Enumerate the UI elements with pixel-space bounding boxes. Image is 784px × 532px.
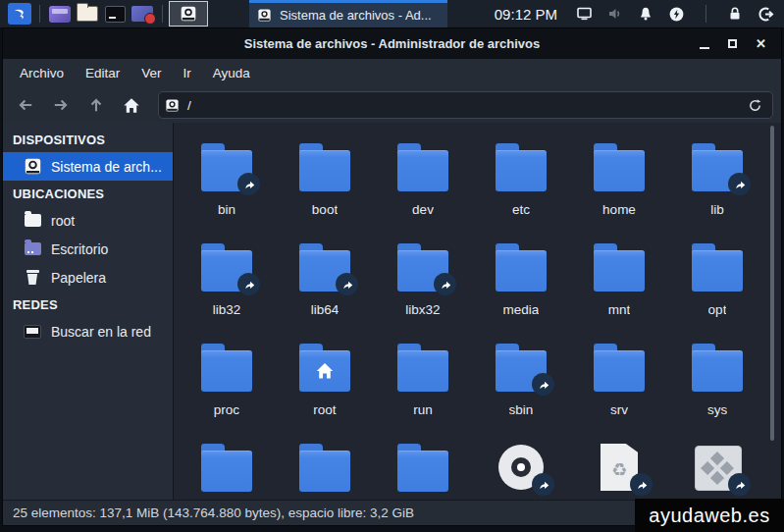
filesystem-drive-icon xyxy=(257,8,272,23)
file-item[interactable]: run xyxy=(374,333,472,433)
maximize-button[interactable] xyxy=(728,39,737,48)
panel-separator xyxy=(706,5,706,23)
file-item[interactable]: root xyxy=(276,333,374,433)
file-item[interactable]: ♻ xyxy=(570,433,668,500)
file-item[interactable]: etc xyxy=(472,133,570,233)
menu-archivo[interactable]: Archivo xyxy=(9,61,75,85)
sidebar-item-escritorio[interactable]: Escritorio xyxy=(3,235,173,263)
active-app-button[interactable] xyxy=(169,1,208,27)
arrow-right-icon xyxy=(51,96,71,114)
minimize-button[interactable] xyxy=(700,39,709,49)
titlebar[interactable]: Sistema de archivos - Administrador de a… xyxy=(3,28,781,59)
display-icon[interactable] xyxy=(576,6,593,22)
logout-icon[interactable] xyxy=(758,6,774,23)
launcher-screen-recorder[interactable] xyxy=(129,1,156,27)
sidebar-item-papelera[interactable]: Papelera xyxy=(3,263,173,292)
file-item[interactable]: media xyxy=(472,233,570,333)
file-item[interactable]: home xyxy=(570,133,668,233)
sidebar-section-redes: REDES xyxy=(3,292,173,317)
file-label: lib xyxy=(710,202,724,217)
file-item[interactable] xyxy=(668,433,766,500)
desktop-folder-icon xyxy=(23,242,42,255)
file-item[interactable]: bin xyxy=(178,133,276,233)
folder-icon xyxy=(494,143,549,190)
folder-icon xyxy=(494,243,549,291)
folder-icon xyxy=(395,444,450,491)
folder-icon xyxy=(592,344,647,391)
back-button[interactable] xyxy=(11,91,40,119)
file-item[interactable]: sbin xyxy=(472,333,570,433)
file-manager-icon xyxy=(49,6,71,23)
file-label: home xyxy=(602,202,636,217)
arrow-up-icon xyxy=(86,96,106,114)
file-label: media xyxy=(503,302,540,317)
location-bar[interactable]: / xyxy=(158,91,773,119)
file-item[interactable]: lib64 xyxy=(276,233,374,333)
launcher-folder[interactable] xyxy=(74,1,101,27)
network-icon xyxy=(23,325,42,339)
file-label: dev xyxy=(412,202,434,217)
file-label: root xyxy=(313,402,336,417)
screen-recorder-icon xyxy=(131,6,153,22)
file-view[interactable]: bin boot dev etc home lib lib32 lib64 li… xyxy=(173,123,781,500)
folder-home-icon xyxy=(297,344,352,391)
file-item[interactable]: dev xyxy=(374,133,472,233)
file-item[interactable]: boot xyxy=(276,133,374,233)
file-item[interactable]: proc xyxy=(178,333,276,433)
kernel-file-icon xyxy=(690,444,745,491)
folder-icon xyxy=(690,143,745,190)
launcher-terminal[interactable] xyxy=(101,1,129,27)
menu-ver[interactable]: Ver xyxy=(131,61,172,85)
lock-icon[interactable] xyxy=(727,6,743,22)
file-item[interactable] xyxy=(472,433,570,500)
home-icon xyxy=(122,96,141,115)
sidebar-item-label: Escritorio xyxy=(51,241,108,257)
location-path[interactable]: / xyxy=(187,98,735,113)
file-item[interactable]: lib32 xyxy=(178,233,276,333)
volume-icon[interactable] xyxy=(607,6,623,22)
close-button[interactable]: ✕ xyxy=(756,39,766,49)
file-item[interactable]: opt xyxy=(668,233,766,333)
file-item[interactable]: srv xyxy=(570,333,668,433)
sidebar-item-sistema-de-archivos[interactable]: Sistema de arch... xyxy=(3,152,173,181)
sidebar-section-ubicaciones: UBICACIONES xyxy=(3,181,173,206)
file-item[interactable]: mnt xyxy=(570,233,668,333)
sidebar-item-label: Papelera xyxy=(51,270,106,286)
file-item[interactable]: lib xyxy=(668,133,766,233)
home-button[interactable] xyxy=(117,91,146,119)
launcher-file-manager[interactable] xyxy=(46,1,74,27)
up-button[interactable] xyxy=(81,91,111,119)
file-item[interactable] xyxy=(178,433,276,500)
file-label: lib64 xyxy=(311,302,340,317)
file-label: sbin xyxy=(509,402,534,417)
symlink-emblem-icon xyxy=(237,173,260,195)
file-item[interactable]: libx32 xyxy=(374,233,472,333)
menu-editar[interactable]: Editar xyxy=(75,61,131,85)
forward-button[interactable] xyxy=(46,91,76,119)
file-label: boot xyxy=(312,202,338,217)
menu-ir[interactable]: Ir xyxy=(173,61,202,85)
taskbar-window-button[interactable]: Sistema de archivos - Ad... xyxy=(249,0,447,27)
terminal-icon xyxy=(105,6,126,23)
folder-icon xyxy=(77,6,98,22)
file-item[interactable] xyxy=(374,433,472,500)
file-item[interactable] xyxy=(276,433,374,500)
power-manager-icon[interactable] xyxy=(668,6,685,23)
menu-ayuda[interactable]: Ayuda xyxy=(202,61,261,85)
clock[interactable]: 09:12 PM xyxy=(495,6,557,23)
applications-menu-button[interactable] xyxy=(6,1,33,27)
scrollbar[interactable] xyxy=(770,126,774,497)
reload-button[interactable] xyxy=(743,93,766,117)
symlink-emblem-icon xyxy=(532,473,554,496)
sidebar-item-buscar-en-la-red[interactable]: Buscar en la red xyxy=(3,317,173,346)
symlink-emblem-icon xyxy=(728,173,751,195)
file-item[interactable]: sys xyxy=(668,333,766,433)
folder-icon xyxy=(690,243,745,291)
sidebar-item-root[interactable]: root xyxy=(3,206,173,235)
sidebar-item-label: Buscar en la red xyxy=(51,324,151,340)
watermark: ayudaweb.es xyxy=(635,499,784,532)
notifications-bell-icon[interactable] xyxy=(638,6,653,22)
top-panel: Sistema de archivos - Ad... 09:12 PM xyxy=(0,0,784,27)
scrollbar-thumb[interactable] xyxy=(770,126,774,441)
panel-separator xyxy=(162,5,163,23)
